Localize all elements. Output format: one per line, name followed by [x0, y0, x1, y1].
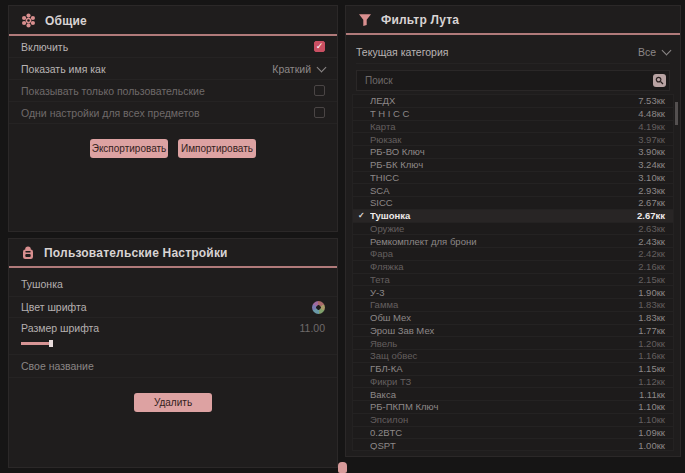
loot-row[interactable]: ✓ SICC 2.67кк: [353, 197, 673, 210]
selected-item-label: Тушонка: [21, 278, 325, 290]
loot-row[interactable]: ✓ Вакса 1.11кк: [353, 388, 673, 401]
font-size-value: 11.00: [300, 322, 326, 334]
only-custom-checkbox[interactable]: [314, 85, 325, 96]
loot-name: РБ-ВО Ключ: [370, 146, 634, 157]
loot-row[interactable]: ✓ РБ-БК Ключ 3.24кк: [353, 159, 673, 172]
custom-panel-header: Пользовательские Настройки: [9, 239, 337, 266]
loot-value: 2.43кк: [638, 236, 665, 247]
category-row: Текущая категория Все: [356, 41, 670, 64]
same-settings-checkbox[interactable]: [314, 107, 325, 118]
custom-name-input[interactable]: Свое название: [9, 354, 337, 378]
loot-row[interactable]: ✓ Тета 2.15кк: [353, 274, 673, 287]
drag-handle[interactable]: [338, 462, 347, 473]
loot-value: 1.12кк: [638, 376, 665, 387]
loot-value: 3.97кк: [638, 134, 665, 145]
loot-name: Эпсилон: [370, 414, 634, 425]
loot-row[interactable]: ✓ Карта 4.19кк: [353, 121, 673, 134]
loot-row[interactable]: ✓ Оружие 2.63кк: [353, 223, 673, 236]
loot-value: 1.83кк: [638, 312, 665, 323]
loot-row[interactable]: ✓ Тушонка 2.67кк: [353, 210, 673, 223]
setting-row-name-display: Показать имя как Краткий: [9, 58, 337, 80]
loot-row[interactable]: ✓ Защ обвес 1.16кк: [353, 350, 673, 363]
loot-row[interactable]: ✓ Фляжка 2.16кк: [353, 261, 673, 274]
loot-row[interactable]: ✓ Эрош Зав Мех 1.77кк: [353, 325, 673, 338]
font-size-slider-thumb[interactable]: [49, 340, 53, 347]
search-icon[interactable]: [653, 74, 666, 87]
loot-value: 1.77кк: [638, 325, 665, 336]
loot-row[interactable]: ✓ T H I C C 4.48кк: [353, 108, 673, 121]
font-size-label: Размер шрифта: [21, 322, 99, 334]
loot-value: 2.67кк: [638, 197, 665, 208]
loot-row[interactable]: ✓ ЛЕДХ 7.53кк: [353, 95, 673, 108]
loot-row[interactable]: ✓ ГБЛ-КА 1.15кк: [353, 363, 673, 376]
category-select[interactable]: Все: [638, 46, 670, 58]
loot-value: 7.53кк: [638, 95, 665, 106]
setting-row-same-settings: Одни настройки для всех предметов: [9, 102, 337, 124]
loot-name: Тушонка: [370, 210, 633, 221]
loot-row[interactable]: ✓ Ремкомплект для брони 2.43кк: [353, 235, 673, 248]
loot-name: Оружие: [370, 223, 634, 234]
loot-name: Фляжка: [370, 261, 634, 272]
setting-row-enable: Включить ✓: [9, 36, 337, 58]
loot-name: Вакса: [370, 389, 635, 400]
search-input[interactable]: Поиск: [356, 70, 670, 91]
loot-row[interactable]: ✓ Эпсилон 1.10кк: [353, 414, 673, 427]
loot-row[interactable]: ✓ РБ-ПКПМ Ключ 1.10кк: [353, 401, 673, 414]
loot-name: QSPT: [370, 440, 634, 451]
loot-value: 4.48кк: [638, 108, 665, 119]
loot-row[interactable]: ✓ 0.2BTC 1.09кк: [353, 427, 673, 440]
name-display-select[interactable]: Краткий: [272, 63, 325, 75]
loot-row[interactable]: ✓ ТНІСС 3.10кк: [353, 172, 673, 185]
loot-value: 2.42кк: [638, 248, 665, 259]
loot-row[interactable]: ✓ QSPT 1.00кк: [353, 439, 673, 451]
loot-name: Защ обвес: [370, 350, 634, 361]
scrollbar-thumb[interactable]: [675, 102, 678, 125]
delete-button[interactable]: Удалить: [134, 393, 212, 412]
loot-name: Гамма: [370, 299, 634, 310]
loot-value: 2.93кк: [638, 185, 665, 196]
loot-value: 1.09кк: [638, 427, 665, 438]
loot-row[interactable]: ✓ Обш Мех 1.83кк: [353, 312, 673, 325]
loot-name: Карта: [370, 121, 634, 132]
loot-list-scrollbar[interactable]: [675, 95, 678, 452]
loot-name: РБ-БК Ключ: [370, 159, 634, 170]
general-panel: Общие Включить ✓ Показать имя как Кратки…: [8, 5, 338, 232]
loot-row[interactable]: ✓ Гамма 1.83кк: [353, 299, 673, 312]
loot-value: 1.15кк: [638, 363, 665, 374]
loot-value: 3.90кк: [638, 146, 665, 157]
loot-name: ГБЛ-КА: [370, 363, 634, 374]
loot-row[interactable]: ✓ РБ-ВО Ключ 3.90кк: [353, 146, 673, 159]
loot-row[interactable]: ✓ SCA 2.93кк: [353, 184, 673, 197]
loot-row[interactable]: ✓ Фара 2.42кк: [353, 248, 673, 261]
import-button[interactable]: Импортировать: [178, 139, 256, 158]
filter-panel-header: Фильтр Лута: [346, 6, 680, 33]
loot-name: ЛЕДХ: [370, 95, 634, 106]
loot-value: 3.10кк: [638, 172, 665, 183]
header-underline: [9, 266, 337, 268]
loot-row[interactable]: ✓ Рюкзак 3.97кк: [353, 133, 673, 146]
loot-name: Обш Мех: [370, 312, 634, 323]
loot-value: 3.24кк: [638, 159, 665, 170]
loot-row[interactable]: ✓ Явель 1.20кк: [353, 337, 673, 350]
enable-checkbox[interactable]: ✓: [314, 41, 325, 52]
category-value: Все: [638, 46, 656, 58]
loot-filter-panel: Фильтр Лута Текущая категория Все Поиск …: [345, 5, 681, 457]
loot-value: 1.20кк: [638, 338, 665, 349]
header-underline: [346, 33, 680, 35]
color-wheel-icon[interactable]: [312, 301, 325, 314]
loot-row[interactable]: ✓ Фикри ТЗ 1.12кк: [353, 376, 673, 389]
loot-value: 2.67кк: [637, 210, 665, 221]
only-custom-label: Показывать только пользовательские: [21, 85, 205, 97]
category-label: Текущая категория: [356, 46, 449, 58]
checkmark-icon: ✓: [316, 42, 324, 51]
font-size-slider-fill: [21, 342, 51, 345]
loot-value: 1.11кк: [639, 389, 665, 400]
backpack-icon: [21, 246, 35, 260]
loot-name: Рюкзак: [370, 134, 634, 145]
font-size-slider[interactable]: [21, 339, 325, 348]
filter-panel-title: Фильтр Лута: [381, 13, 459, 27]
loot-value: 1.83кк: [638, 299, 665, 310]
export-button[interactable]: Экспортировать: [90, 139, 168, 158]
loot-row[interactable]: ✓ У-3 1.90кк: [353, 286, 673, 299]
loot-name: SICC: [370, 197, 634, 208]
